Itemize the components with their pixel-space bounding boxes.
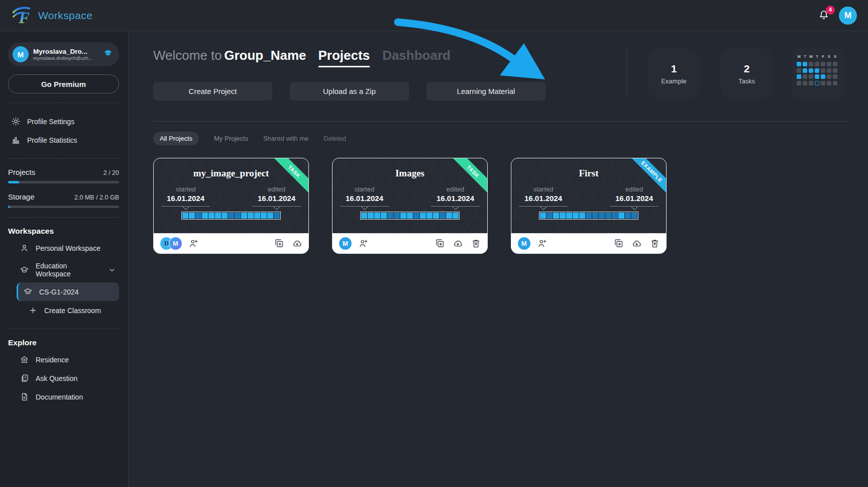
usage-label: Projects (8, 168, 35, 176)
usage-value: 2.0 MB / 2.0 GB (74, 194, 119, 201)
sidebar-item-label: Education Workspace (36, 262, 101, 278)
app-logo[interactable]: F Workspace (11, 5, 92, 26)
svg-text:R: R (23, 358, 26, 362)
progress-segment (553, 213, 559, 219)
progress-segment (426, 213, 432, 219)
sidebar-item-label: Residence (36, 356, 69, 364)
sidebar-item-profile-statistics[interactable]: Profile Statistics (8, 131, 119, 149)
add-member-button[interactable] (188, 238, 199, 249)
calendar-day-cell (797, 68, 801, 73)
sidebar-item-residence[interactable]: RResidence (17, 350, 119, 369)
welcome-text: Welcome to Group_Name (153, 48, 306, 63)
main-content: Welcome to Group_Name ProjectsDashboard … (129, 31, 868, 487)
progress-segment (189, 213, 195, 219)
sidebar-item-ask-question[interactable]: ?Ask Question (17, 369, 119, 387)
avatar: M (339, 237, 352, 250)
tab-dashboard[interactable]: Dashboard (382, 48, 451, 67)
grad-cap-icon (103, 48, 113, 60)
progress-segment (361, 213, 367, 219)
avatar: M (517, 237, 531, 250)
workspaces-header: Workspaces (8, 227, 119, 236)
progress-segment (631, 213, 637, 219)
duplicate-project-button[interactable] (274, 238, 284, 249)
progress-segment (605, 213, 611, 219)
started-date: 16.01.2024 (519, 194, 568, 203)
duplicate-project-button[interactable] (435, 238, 445, 249)
project-progress-bar (333, 212, 487, 220)
filter-deleted[interactable]: Deleted (323, 135, 346, 142)
divider (8, 158, 119, 159)
progress-segment (413, 213, 419, 219)
activity-calendar: MTWTFSS (792, 49, 843, 99)
member-avatars: M (339, 237, 352, 250)
progress-segment (579, 213, 585, 219)
chevron-down-icon[interactable] (108, 266, 116, 274)
stat-label: Tasks (738, 77, 755, 85)
usage-value: 2 / 20 (103, 169, 119, 176)
filter-all-projects[interactable]: All Projects (153, 132, 199, 145)
date-rule (519, 206, 568, 210)
sidebar-item-cs-g1-2024[interactable]: CS-G1-2024 (17, 282, 119, 301)
project-filters: All ProjectsMy ProjectsShared with meDel… (153, 132, 868, 145)
progress-segment (566, 213, 572, 219)
bar-chart-icon (11, 135, 21, 145)
calendar-day-cell (821, 74, 825, 79)
calendar-day-header: T (815, 54, 819, 59)
project-card-footer: M (511, 233, 666, 253)
sidebar-item-create-classroom[interactable]: Create Classroom (25, 301, 119, 320)
filter-shared-with-me[interactable]: Shared with me (263, 135, 308, 142)
delete-project-button[interactable] (471, 238, 481, 249)
notifications-button[interactable]: 4 (818, 9, 831, 22)
sidebar-item-label: Profile Settings (27, 118, 74, 126)
sidebar-item-label: Personal Workspace (36, 244, 100, 252)
project-card-footer: DM (154, 233, 308, 253)
calendar-day-cell (815, 81, 819, 85)
grad-cap-icon (20, 265, 29, 275)
sidebar-item-personal-workspace[interactable]: Personal Workspace (17, 239, 119, 257)
plus-icon (28, 306, 38, 315)
date-rule (610, 206, 659, 210)
learning-material-button[interactable]: Learning Material (426, 82, 546, 101)
sidebar-item-label: Profile Statistics (27, 136, 77, 144)
sidebar-user-card[interactable]: M Myroslava_Dro... myroslava.drobnych@uz… (8, 42, 119, 66)
add-member-button[interactable] (537, 238, 548, 249)
download-project-button[interactable] (631, 238, 642, 249)
user-avatar[interactable]: M (839, 7, 857, 25)
section-divider (153, 121, 849, 122)
sidebar-item-documentation[interactable]: Documentation (17, 387, 119, 406)
download-project-button[interactable] (292, 238, 302, 249)
add-member-button[interactable] (358, 238, 369, 249)
delete-project-button[interactable] (649, 238, 660, 249)
calendar-day-cell (809, 62, 813, 66)
download-project-button[interactable] (453, 238, 463, 249)
progress-segment (195, 213, 201, 219)
group-name: Group_Name (224, 48, 306, 63)
sidebar-item-profile-settings[interactable]: Profile Settings (8, 112, 119, 131)
avatar: M (169, 237, 182, 250)
upload-as-a-zip-button[interactable]: Upload as a Zip (290, 82, 409, 101)
project-card-my-image-project[interactable]: TASK my_image_project started 16.01.2024… (153, 158, 309, 254)
project-card-first[interactable]: EXAMPLE First started 16.01.2024 edited … (511, 158, 667, 254)
sidebar-item-education-workspace[interactable]: Education Workspace (17, 257, 119, 282)
filter-my-projects[interactable]: My Projects (214, 135, 248, 142)
started-date: 16.01.2024 (161, 194, 210, 203)
calendar-day-cell (821, 81, 825, 85)
tab-projects[interactable]: Projects (318, 48, 370, 67)
create-project-button[interactable]: Create Project (153, 82, 272, 101)
person-icon (20, 243, 29, 253)
calendar-day-cell (803, 81, 807, 85)
sidebar-item-label: CS-G1-2024 (39, 288, 79, 296)
project-card-images[interactable]: TASK Images started 16.01.2024 edited 16… (332, 158, 488, 254)
falcon-logo-icon: F (11, 5, 32, 26)
main-tabs: ProjectsDashboard (318, 48, 451, 67)
grad-cap-icon (23, 287, 33, 297)
progress-segment (625, 213, 631, 219)
duplicate-project-button[interactable] (613, 238, 624, 249)
member-avatars: DM (160, 237, 182, 250)
progress-segment (254, 213, 260, 219)
calendar-day-cell (821, 62, 825, 66)
project-card-top: TASK Images started 16.01.2024 edited 16… (333, 158, 487, 233)
progress-segment (599, 213, 605, 219)
date-rule (252, 206, 301, 210)
go-premium-button[interactable]: Go Premium (8, 74, 119, 93)
